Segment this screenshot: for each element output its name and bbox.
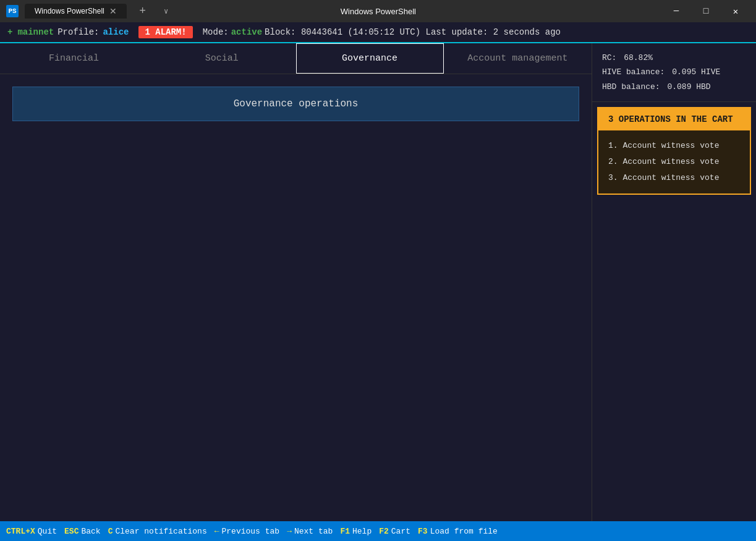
label-help: Help [352,527,372,536]
hbd-balance-row: HBD balance: 0.089 HBD [602,80,746,94]
app-icon: PS [6,5,19,17]
hive-balance-value: 0.095 HIVE [672,67,720,77]
tab-social[interactable]: Social [148,43,295,74]
tab-close-icon[interactable]: ✕ [109,6,117,16]
right-panel: RC: 68.82% HIVE balance: 0.095 HIVE HBD … [592,43,756,521]
cart-item-1: 1. Account witness vote [608,138,740,154]
cart-item-3: 3. Account witness vote [608,170,740,186]
bottom-bar: CTRL+X Quit ESC Back C Clear notificatio… [0,521,756,541]
governance-operations-button[interactable]: Governance operations [12,87,579,121]
titlebar-tab-label: Windows PowerShell [35,7,104,15]
titlebar: PS Windows PowerShell ✕ + ∨ Windows Powe… [0,0,756,22]
cart-header: 3 OPERATIONS IN THE CART [598,108,750,130]
rc-value: 68.82% [624,53,653,62]
status-block-info: Block: 80443641 (14:05:12 UTC) Last upda… [265,27,561,37]
titlebar-title: Windows PowerShell [341,7,495,16]
rc-label: RC: [602,53,616,62]
hive-balance-row: HIVE balance: 0.095 HIVE [602,65,746,79]
key-left-arrow: ← [214,527,219,536]
balance-area: RC: 68.82% HIVE balance: 0.095 HIVE HBD … [592,43,756,102]
key-f1: F1 [340,527,350,536]
label-cart: Cart [391,527,410,536]
tab-chevron-button[interactable]: ∨ [159,0,174,22]
statusbar: + mainnet Profile: alice 1 ALARM! Mode: … [0,22,756,43]
tab-financial[interactable]: Financial [0,43,148,74]
key-f2: F2 [379,527,389,536]
content-area: Governance operations [0,74,592,521]
status-mode-label: Mode: [203,27,229,37]
cart-item-2: 2. Account witness vote [608,154,740,170]
left-panel: Financial Social Governance Account mana… [0,43,592,521]
close-button[interactable]: ✕ [721,0,750,22]
label-quit: Quit [38,527,57,536]
nav-tabs: Financial Social Governance Account mana… [0,43,592,74]
key-f3: F3 [418,527,428,536]
bottom-cart[interactable]: F2 Cart [375,521,414,541]
minimize-button[interactable]: ─ [662,0,690,22]
label-prev-tab: Previous tab [222,527,280,536]
label-next-tab: Next tab [294,527,333,536]
titlebar-tab[interactable]: Windows PowerShell ✕ [25,4,127,19]
bottom-prev-tab[interactable]: ← Previous tab [211,521,283,541]
key-esc: ESC [64,527,79,536]
main-container: Financial Social Governance Account mana… [0,43,756,521]
status-network: mainnet [17,27,54,37]
cart-items: 1. Account witness vote 2. Account witne… [598,130,750,194]
titlebar-controls: ─ □ ✕ [662,0,750,22]
label-clear-notifications: Clear notifications [115,527,206,536]
status-plus: + [7,27,12,37]
status-user: alice [103,27,129,37]
label-load-from-file: Load from file [430,527,498,536]
status-profile-label: Profile: [57,27,99,37]
key-c: C [108,527,113,536]
rc-row: RC: 68.82% [602,51,746,65]
key-right-arrow: → [287,527,292,536]
hbd-balance-value: 0.089 HBD [667,82,710,92]
maximize-button[interactable]: □ [692,0,720,22]
status-alarm: 1 ALARM! [138,26,192,38]
bottom-help[interactable]: F1 Help [336,521,375,541]
label-back: Back [81,527,100,536]
bottom-back[interactable]: ESC Back [61,521,104,541]
hive-balance-label: HIVE balance: [602,67,665,77]
cart-area: 3 OPERATIONS IN THE CART 1. Account witn… [597,107,751,195]
bottom-load-from-file[interactable]: F3 Load from file [414,521,501,541]
bottom-quit[interactable]: CTRL+X Quit [2,521,61,541]
app-icon-label: PS [8,7,16,15]
hbd-balance-label: HBD balance: [602,82,660,92]
tab-account-management[interactable]: Account management [444,43,592,74]
status-mode-value: active [231,27,262,37]
tab-governance[interactable]: Governance [296,43,444,74]
new-tab-button[interactable]: + [133,0,153,22]
bottom-clear-notifications[interactable]: C Clear notifications [104,521,211,541]
bottom-next-tab[interactable]: → Next tab [283,521,336,541]
key-ctrl-x: CTRL+X [6,527,35,536]
